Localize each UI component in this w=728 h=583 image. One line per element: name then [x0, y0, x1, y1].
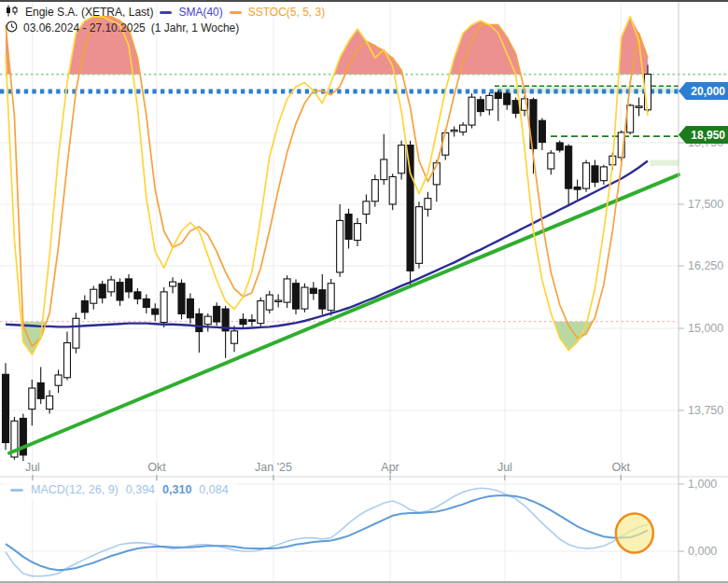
candle-body [512, 101, 519, 114]
clock-icon [6, 21, 18, 35]
candle-body [381, 160, 387, 180]
candle-body [415, 207, 422, 264]
candle-body [143, 298, 149, 307]
macd-hist-value: 0,084 [199, 483, 228, 496]
candle-body [556, 143, 563, 150]
candle-body [460, 125, 467, 132]
candle-body [636, 106, 642, 108]
price-tag-support[interactable]: 18,950 [679, 126, 728, 144]
price-tag-resistance[interactable]: 20,000 [679, 82, 728, 100]
macd-legend: MACD(12, 26, 9) 0,394 0,310 0,084 [5, 481, 237, 499]
candle-body [204, 316, 211, 325]
chart-legend-row1: Engie S.A. (XETRA, Last) SMA(40) SSTOC(5… [6, 5, 325, 20]
chart-legend-row2: 03.06.2024 - 27.10.2025 (1 Jahr, 1 Woche… [6, 21, 239, 35]
candle-body [231, 331, 238, 343]
candle-body [451, 130, 457, 132]
candle-body [354, 224, 360, 241]
candle-body [3, 374, 9, 442]
candle-body [161, 292, 167, 323]
candle-body [310, 288, 316, 293]
sma-swatch [160, 11, 172, 14]
candle-body [371, 180, 378, 201]
candle-body [301, 287, 308, 309]
axis-tick-label: 15,000 [688, 322, 723, 335]
macd-signal-value: 0,310 [162, 483, 191, 496]
sstoc-label[interactable]: SSTOC(5, 5, 3) [248, 6, 325, 19]
candle-body [592, 166, 598, 182]
candle-body [407, 146, 413, 271]
candle-body [81, 301, 88, 312]
candle-body [37, 382, 44, 398]
candle-body [583, 163, 590, 188]
candle-body [125, 279, 132, 292]
candle-body [284, 279, 290, 302]
candles-layer [3, 64, 651, 461]
candle-body [275, 300, 282, 302]
trend-line [9, 174, 679, 452]
candle-body [389, 176, 396, 204]
month-tick-label: Okt [147, 461, 166, 474]
axis-tick-label: 16,250 [688, 259, 723, 272]
candle-body [134, 292, 141, 299]
axis-tick-label: 13,750 [688, 404, 723, 417]
candle-body [495, 92, 501, 98]
candle-body [117, 283, 123, 300]
macd-label[interactable]: MACD(12, 26, 9) [31, 483, 119, 496]
candle-body [425, 199, 431, 210]
macd-value: 0,394 [126, 483, 155, 496]
price-tag-support-label: 18,950 [691, 129, 725, 142]
candle-body [258, 301, 264, 324]
candle-body [486, 95, 493, 109]
macd-layer [6, 488, 653, 576]
candle-body [47, 396, 53, 409]
candle-body [63, 342, 70, 377]
candle-body [55, 375, 62, 385]
candle-body [548, 153, 554, 169]
sstoc-swatch [230, 11, 242, 14]
candle-body [504, 93, 511, 104]
candle-body [170, 282, 176, 286]
month-tick-label: Jul [25, 461, 40, 474]
candle-body [566, 146, 572, 188]
macd-crossover-highlight [616, 514, 653, 553]
candle-body [91, 289, 97, 303]
axis-tick-label: 1,000 [688, 478, 717, 491]
candle-body [469, 97, 475, 125]
month-tick-label: Jan '25 [255, 461, 292, 474]
month-tick-label: Okt [611, 461, 630, 474]
interval-label: (1 Jahr, 1 Woche) [151, 21, 240, 35]
month-tick-label: Apr [381, 461, 399, 474]
candle-body [539, 120, 545, 142]
candle-body [152, 309, 159, 314]
stochastic-fills [6, 17, 648, 354]
candle-body [99, 285, 105, 298]
macd-signal-line [6, 495, 648, 570]
candle-body [214, 306, 220, 322]
candle-body [108, 280, 115, 292]
candle-body [240, 319, 246, 324]
candle-body [73, 318, 79, 348]
candle-body [328, 284, 334, 311]
candle-body [196, 313, 203, 331]
candle-body [293, 284, 300, 309]
candle-body [178, 284, 185, 314]
candle-body [399, 146, 405, 174]
candle-body [29, 388, 35, 409]
candlestick-icon [6, 5, 19, 20]
candle-body [187, 298, 193, 317]
candle-body [345, 215, 352, 240]
chart-widget: 20,00018,75017,50016,25015,00013,7501,00… [0, 0, 728, 583]
candle-body [266, 295, 273, 310]
candle-body [442, 132, 449, 155]
instrument-title: Engie S.A. (XETRA, Last) [25, 6, 153, 19]
candle-body [248, 320, 255, 322]
candle-body [319, 290, 326, 309]
candle-body [574, 187, 581, 190]
axis-tick-label: 0,000 [688, 545, 717, 558]
trend-layer [9, 174, 679, 452]
sma-label[interactable]: SMA(40) [178, 6, 222, 19]
date-range: 03.06.2024 - 27.10.2025 [23, 21, 146, 35]
candle-body [363, 201, 370, 215]
macd-line [6, 488, 648, 576]
candle-body [477, 100, 483, 112]
